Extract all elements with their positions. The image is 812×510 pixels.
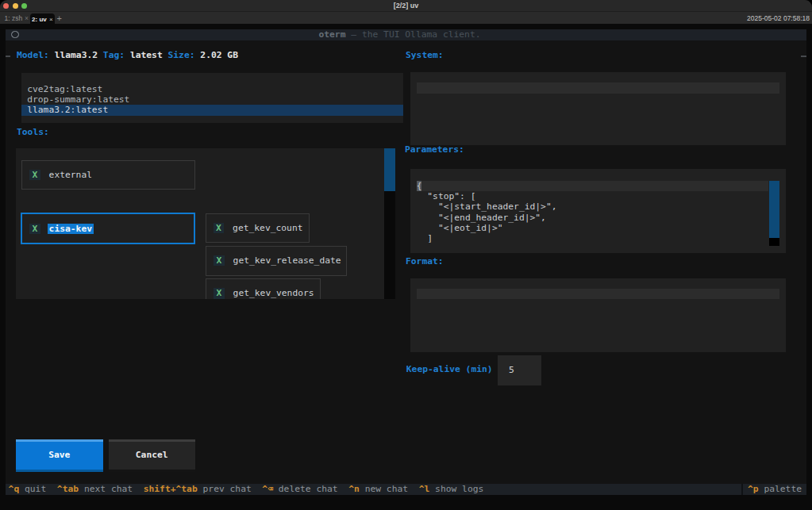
model-option[interactable]: cve2tag:latest [21,84,403,94]
parameters-textarea[interactable]: { "stop": [ "<|start_header_id|>", "<|en… [410,169,786,253]
checkbox-get-kev-count[interactable]: X get_kev_count [206,213,310,243]
binding-new-chat[interactable]: ^n new chat [348,484,408,494]
checkbox-get-kev-release-date[interactable]: X get_kev_release_date [206,246,347,276]
checkbox-label: external [49,170,92,180]
app-subtitle: — the TUI Ollama client. [345,29,480,40]
checkbox-label: get_kev_count [233,223,302,233]
checkbox-label: get_kev_vendors [233,288,314,298]
checkbox-check-icon: X [29,170,40,180]
model-select-list: cve2tag:latest drop-summary:latest llama… [21,73,403,123]
oterm-footer: ^q quit ^tab next chat shift+^tab prev c… [6,484,806,495]
system-label: System: [406,50,444,60]
footer-divider [741,484,743,495]
tab-zsh[interactable]: 1: zsh [5,12,23,25]
keep-alive-input[interactable]: 5 [498,355,541,385]
size-value: 2.02 GB [200,50,238,60]
oterm-header-title: oterm — the TUI Ollama client. [0,29,800,40]
model-label: Model: [17,50,49,60]
binding-quit[interactable]: ^q quit [9,484,47,494]
tab-zsh-close-icon[interactable]: × [25,12,29,25]
binding-delete-chat[interactable]: ^⌫ delete chat [262,484,337,494]
checkbox-check-icon: X [214,223,225,233]
format-label: Format: [406,256,444,267]
system-textarea[interactable] [410,72,786,145]
checkbox-check-icon: X [29,224,40,234]
checkbox-cisa-kev[interactable]: X cisa-kev [21,213,195,244]
binding-palette[interactable]: ^p palette [748,484,802,495]
model-option-selected[interactable]: llama3.2:latest [21,105,403,115]
footer-keybindings: ^q quit ^tab next chat shift+^tab prev c… [9,484,484,495]
parameters-label: Parameters: [405,144,464,155]
parameters-json-text: { "stop": [ "<|start_header_id|>", "<|en… [417,181,557,244]
checkbox-check-icon: X [214,255,225,266]
parameters-scrollbar-corner [769,238,779,246]
text-cursor: { [417,181,422,191]
window-title: [2/2] uv [0,0,812,11]
model-option[interactable]: drop-summary:latest [21,94,403,105]
format-cursor-line [417,289,780,299]
checkbox-check-icon: X [214,288,225,298]
parameters-scrollbar-thumb[interactable] [769,181,779,238]
model-name: llama3.2 [55,50,98,60]
tab-uv-close-icon[interactable]: × [49,13,53,25]
keep-alive-value: 5 [509,355,514,385]
checkbox-get-kev-vendors[interactable]: X get_kev_vendors [206,278,321,299]
format-textarea[interactable] [410,278,786,352]
terminal-tabbar: 1: zsh × 2: uv × + 2025-05-02 07:58:18 [0,11,812,25]
terminal-window: [2/2] uv 1: zsh × 2: uv × + 2025-05-02 0… [0,0,812,510]
app-name: oterm [318,29,345,40]
left-border-dash [6,56,11,58]
binding-show-logs[interactable]: ^l show logs [419,484,484,494]
cancel-button[interactable]: Cancel [109,439,195,472]
checkbox-label-highlighted: cisa-kev [48,224,93,234]
tools-container: X external X cisa-kev X get_kev_count X … [16,148,395,299]
keep-alive-label: Keep-alive (min) [406,364,493,374]
tab-uv-label: 2: uv [32,13,47,25]
new-tab-button[interactable]: + [57,12,62,25]
tools-label: Tools: [17,127,49,137]
right-border-dash [801,56,806,58]
system-cursor-line [417,82,780,93]
tab-uv[interactable]: 2: uv × [30,13,55,25]
size-label: Size: [168,50,195,60]
model-info-row: Model: llama3.2 Tag: latest Size: 2.02 G… [17,50,238,60]
tools-scrollbar-thumb[interactable] [384,148,395,191]
save-button[interactable]: Save [16,439,103,472]
binding-next-chat[interactable]: ^tab next chat [57,484,133,494]
checkbox-external[interactable]: X external [21,160,195,190]
binding-prev-chat[interactable]: shift+^tab prev chat [144,484,252,494]
tabbar-clock: 2025-05-02 07:58:18 [747,12,810,25]
tools-scrollbar[interactable] [384,148,395,299]
macos-titlebar: [2/2] uv [0,0,812,11]
tag-value: latest [130,50,163,60]
checkbox-label: get_kev_release_date [233,255,341,266]
tag-label: Tag: [103,50,125,60]
